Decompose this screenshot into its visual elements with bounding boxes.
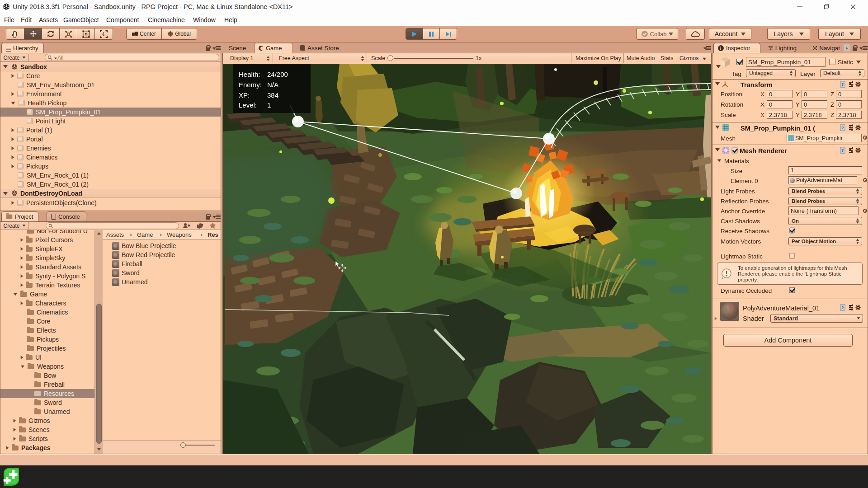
svg-text:Enemy:: Enemy: (239, 81, 262, 89)
svg-text:384: 384 (267, 91, 278, 99)
svg-text:XP:: XP: (239, 91, 250, 99)
svg-text:Level:: Level: (239, 101, 257, 109)
svg-text:?: ? (841, 82, 844, 87)
svg-text:?: ? (841, 148, 844, 153)
svg-text:?: ? (841, 126, 844, 130)
svg-text:Health:: Health: (239, 70, 260, 78)
svg-text:24/200: 24/200 (267, 70, 288, 78)
svg-text:1: 1 (267, 101, 271, 109)
svg-text:?: ? (841, 305, 844, 310)
svg-text:N/A: N/A (267, 81, 278, 89)
